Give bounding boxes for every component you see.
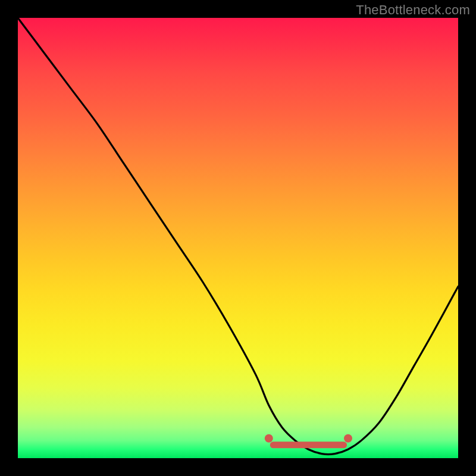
right-cap-marker xyxy=(344,434,352,443)
left-cap-marker xyxy=(265,434,273,443)
curve-layer xyxy=(18,18,458,458)
chart-frame: TheBottleneck.com xyxy=(0,0,476,476)
plot-area xyxy=(18,18,458,458)
bottleneck-curve xyxy=(18,18,458,455)
watermark-text: TheBottleneck.com xyxy=(356,2,470,18)
